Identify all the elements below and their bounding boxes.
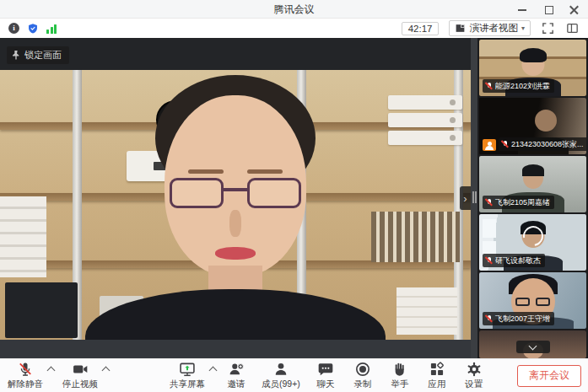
- participant-name-label: 飞制2105周嘉绪: [483, 196, 554, 209]
- muted-mic-icon: [501, 140, 509, 148]
- chat-bubble-icon: [317, 361, 334, 378]
- fullscreen-icon[interactable]: [541, 21, 555, 35]
- books: [371, 212, 460, 262]
- view-mode-label: 演讲者视图: [469, 22, 518, 35]
- speaker-video-feed: [0, 70, 471, 340]
- speaker-eyebrow: [247, 169, 283, 174]
- minimize-button[interactable]: [517, 4, 527, 14]
- audio-options-caret[interactable]: [47, 367, 56, 375]
- video-options-caret[interactable]: [102, 367, 111, 375]
- speaker-nose: [229, 210, 241, 237]
- raise-hand-icon: [391, 361, 408, 378]
- panel-divider[interactable]: [471, 38, 477, 358]
- participant-tile[interactable]: 213423030608张家...: [479, 98, 586, 154]
- titlebar: 腾讯会议: [0, 0, 588, 19]
- gear-icon: [466, 361, 483, 378]
- participant-tile[interactable]: 能源2102刘洪霖: [479, 40, 586, 96]
- chat-button[interactable]: 聊天: [311, 361, 340, 390]
- invite-person-icon: [227, 361, 245, 378]
- participants-sidebar: 能源2102刘洪霖 213423030608张家...: [477, 38, 588, 358]
- statusbar-left: i: [8, 23, 57, 35]
- dark-monitor: [5, 282, 78, 338]
- view-mode-button[interactable]: 演讲者视图 ▾: [449, 20, 531, 36]
- leave-meeting-button[interactable]: 离开会议: [517, 365, 581, 387]
- participant-name-label: 能源2102刘洪霖: [483, 79, 554, 93]
- chevron-down-icon: ▾: [521, 24, 525, 32]
- share-screen-button[interactable]: 共享屏幕: [167, 361, 208, 390]
- participant-name: 研飞设郝敬杰: [495, 255, 541, 266]
- window-title: 腾讯会议: [0, 0, 588, 19]
- binders: [0, 196, 46, 277]
- participant-name: 飞制2105周嘉绪: [495, 197, 550, 208]
- members-label: 成员(99+): [262, 379, 300, 390]
- muted-mic-icon: [485, 198, 493, 207]
- network-signal-icon[interactable]: [46, 24, 57, 34]
- pin-icon: [12, 51, 20, 60]
- participant-tile[interactable]: 飞制2105周嘉绪: [479, 156, 586, 212]
- close-button[interactable]: [569, 4, 580, 14]
- participant-tile[interactable]: 研飞设郝敬杰: [479, 214, 586, 271]
- muted-mic-icon: [485, 256, 493, 265]
- record-circle-icon: [354, 361, 371, 378]
- participant-head: [535, 110, 557, 132]
- side-panel-toggle-icon[interactable]: [565, 21, 580, 35]
- settings-button[interactable]: 设置: [460, 361, 488, 390]
- cap: [520, 48, 547, 62]
- meeting-info-icon[interactable]: i: [8, 23, 19, 34]
- participant-glasses: [536, 298, 550, 306]
- unmute-label: 解除静音: [8, 379, 43, 390]
- apps-button[interactable]: 应用: [423, 361, 451, 390]
- speaker-glasses: [170, 178, 224, 208]
- share-screen-label: 共享屏幕: [170, 379, 205, 390]
- mic-muted-icon: [17, 361, 34, 378]
- record-button[interactable]: 录制: [348, 361, 377, 390]
- unmute-button[interactable]: 解除静音: [5, 361, 46, 390]
- speaker-lips: [215, 247, 256, 260]
- pin-view-label: 锁定画面: [24, 49, 62, 62]
- raise-hand-button[interactable]: 举手: [386, 361, 414, 390]
- window-light: [483, 219, 496, 238]
- share-options-caret[interactable]: [209, 367, 218, 375]
- pin-view-button[interactable]: 锁定画面: [7, 46, 69, 64]
- meeting-timer: 42:17: [402, 22, 440, 35]
- invite-label: 邀请: [228, 379, 245, 390]
- glasses-bridge: [222, 188, 249, 191]
- participant-name-label: 飞制2007王守增: [483, 312, 554, 325]
- meeting-content: 锁定画面: [0, 38, 588, 358]
- chevron-down-icon: [528, 342, 537, 351]
- chat-label: 聊天: [316, 379, 334, 390]
- sidebar-collapse-chevron[interactable]: ›: [460, 186, 471, 210]
- speaker-video-stage: 锁定画面: [0, 38, 471, 358]
- window-controls: [517, 0, 580, 19]
- divider-grip-icon: [472, 191, 474, 203]
- settings-label: 设置: [465, 379, 483, 390]
- stage-letterbox: [0, 340, 471, 358]
- participant-name: 飞制2007王守增: [495, 314, 550, 325]
- share-screen-icon: [178, 361, 197, 378]
- participant-name: 能源2102刘洪霖: [495, 81, 550, 92]
- security-shield-icon[interactable]: [27, 23, 39, 35]
- participant-name-label: 213423030608张家...: [499, 137, 586, 151]
- participant-glasses: [515, 298, 530, 306]
- participant-tile[interactable]: 飞制2007王守增: [479, 272, 586, 329]
- maximize-button[interactable]: [543, 4, 553, 14]
- stop-video-label: 停止视频: [62, 379, 98, 390]
- members-button[interactable]: 成员(99+): [259, 361, 303, 390]
- layout-icon: [455, 23, 466, 34]
- meeting-statusbar: i 42:17 演讲者视图 ▾: [0, 19, 588, 38]
- stop-video-button[interactable]: 停止视频: [60, 361, 100, 390]
- invite-button[interactable]: 邀请: [222, 361, 251, 390]
- muted-mic-icon: [485, 82, 493, 90]
- speaker-glasses: [247, 178, 301, 208]
- participant-name-label: 研飞设郝敬杰: [483, 254, 545, 267]
- apps-grid-icon: [429, 361, 445, 378]
- right-box: [396, 287, 457, 335]
- scroll-down-chevron-button[interactable]: [516, 341, 550, 353]
- speaker-eyebrow: [188, 169, 224, 174]
- file-boxes: [388, 95, 462, 145]
- muted-mic-icon: [485, 314, 493, 323]
- apps-label: 应用: [428, 379, 445, 390]
- meeting-toolbar: 解除静音 停止视频 共享屏幕: [0, 358, 588, 392]
- host-badge-icon: [483, 139, 496, 151]
- record-label: 录制: [353, 379, 371, 390]
